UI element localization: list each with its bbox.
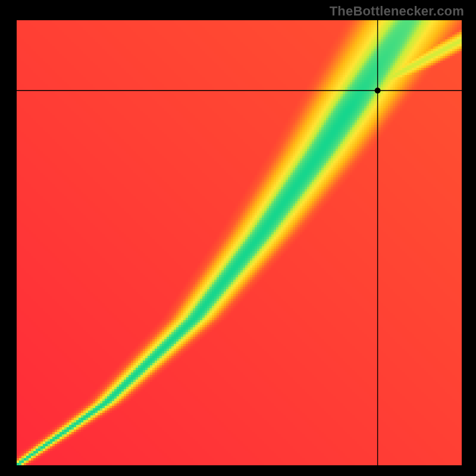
watermark-text: TheBottlenecker.com — [330, 4, 464, 19]
heatmap-canvas — [0, 0, 476, 476]
chart-container: TheBottlenecker.com — [0, 0, 476, 476]
